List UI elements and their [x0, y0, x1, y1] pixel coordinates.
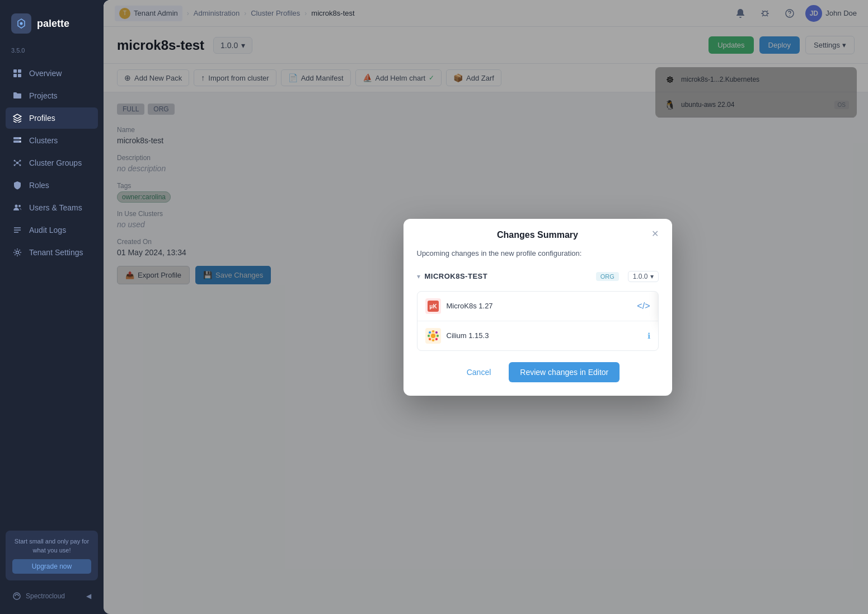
app-name: palette	[37, 18, 69, 30]
svg-point-39	[435, 338, 438, 340]
review-changes-button[interactable]: Review changes in Editor	[509, 362, 620, 382]
svg-line-16	[15, 163, 17, 165]
gear-icon	[12, 247, 22, 257]
sidebar-item-label: Projects	[29, 91, 58, 100]
list-icon	[12, 225, 22, 235]
svg-rect-4	[18, 74, 21, 77]
sidebar-item-clusters[interactable]: Clusters	[6, 130, 98, 151]
sidebar-item-label: Audit Logs	[29, 226, 66, 235]
spectrocloud-link[interactable]: Spectrocloud ◀	[6, 587, 98, 605]
version-number: 1.0.0	[633, 273, 648, 280]
logo-icon	[11, 13, 31, 34]
sidebar-item-label: Profiles	[29, 114, 55, 123]
sidebar-item-roles[interactable]: Roles	[6, 175, 98, 196]
version-pill[interactable]: 1.0.0 ▾	[628, 271, 659, 282]
svg-rect-2	[18, 69, 21, 73]
cancel-button[interactable]: Cancel	[456, 363, 503, 381]
folder-icon	[12, 91, 22, 101]
svg-point-18	[15, 205, 18, 208]
svg-point-33	[432, 339, 434, 341]
modal-close-button[interactable]: ✕	[648, 226, 663, 242]
svg-point-7	[20, 138, 21, 139]
svg-point-19	[18, 205, 21, 207]
sidebar-item-cluster-groups[interactable]: Cluster Groups	[6, 152, 98, 174]
svg-text:μK: μK	[429, 303, 437, 310]
app-version: 3.5.0	[0, 47, 104, 63]
sidebar-item-label: Roles	[29, 181, 49, 190]
svg-point-8	[20, 141, 21, 142]
sidebar-item-projects[interactable]: Projects	[6, 85, 98, 106]
users-icon	[12, 203, 22, 213]
spectrocloud-label: Spectrocloud	[26, 592, 65, 600]
svg-point-0	[20, 22, 23, 25]
modal-title: Changes Summary	[497, 230, 578, 240]
layers-icon	[12, 113, 22, 123]
svg-point-35	[437, 335, 439, 337]
pack-item-cilium: Cilium 1.15.3 ℹ	[417, 321, 658, 350]
changes-summary-modal: Changes Summary ✕ Upcoming changes in th…	[403, 219, 672, 396]
svg-point-38	[429, 338, 431, 340]
chevron-down-icon: ▾	[650, 273, 654, 280]
shield-icon	[12, 180, 22, 190]
org-badge: ORG	[596, 272, 619, 281]
sidebar-item-label: Cluster Groups	[29, 158, 82, 167]
pack-item-microk8s: μK MicroK8s 1.27 </> Pack values update …	[417, 292, 658, 321]
profile-name: MICROK8S-TEST	[425, 272, 488, 280]
modal-footer: Cancel Review changes in Editor	[403, 362, 672, 396]
collapse-icon: ◀	[86, 592, 91, 600]
svg-line-14	[15, 161, 17, 163]
sidebar-item-overview[interactable]: Overview	[6, 63, 98, 84]
sidebar-item-audit-logs[interactable]: Audit Logs	[6, 219, 98, 241]
server-icon	[12, 135, 22, 146]
svg-rect-1	[13, 69, 17, 73]
svg-line-17	[17, 163, 20, 165]
cluster-icon	[12, 158, 22, 168]
sidebar-item-tenant-settings[interactable]: Tenant Settings	[6, 242, 98, 263]
sidebar: palette 3.5.0 Overview Projects	[0, 0, 104, 614]
modal-body: Upcoming changes in the new profile conf…	[403, 249, 672, 362]
pack-list: μK MicroK8s 1.27 </> Pack values update …	[417, 291, 659, 351]
svg-point-24	[13, 593, 20, 599]
pack-icon-microk8s: μK	[425, 298, 441, 314]
svg-point-32	[432, 330, 434, 332]
upgrade-button[interactable]: Upgrade now	[12, 559, 91, 574]
sidebar-bottom: Start small and only pay for what you us…	[0, 522, 104, 614]
pack-name-cilium: Cilium 1.15.3	[447, 331, 489, 340]
changes-description: Upcoming changes in the new profile conf…	[417, 249, 659, 257]
grid-icon	[12, 68, 22, 78]
sidebar-item-label: Overview	[29, 69, 62, 78]
sidebar-navigation: Overview Projects Profiles	[0, 63, 104, 522]
info-icon[interactable]: ℹ	[648, 331, 650, 340]
svg-point-36	[429, 331, 431, 334]
upgrade-text: Start small and only pay for what you us…	[12, 537, 91, 555]
pack-icon-cilium	[425, 328, 441, 344]
svg-point-23	[16, 251, 19, 254]
sidebar-item-label: Clusters	[29, 136, 58, 145]
upgrade-box: Start small and only pay for what you us…	[6, 531, 98, 580]
sidebar-item-profiles[interactable]: Profiles	[6, 107, 98, 129]
svg-line-15	[17, 161, 20, 163]
svg-rect-3	[13, 74, 17, 77]
pack-name-microk8s: MicroK8s 1.27	[447, 302, 493, 310]
svg-point-37	[435, 331, 438, 334]
chevron-icon[interactable]: ▾	[417, 273, 420, 280]
sidebar-item-users-teams[interactable]: Users & Teams	[6, 197, 98, 218]
code-icon[interactable]: </>	[637, 301, 650, 311]
profile-row: ▾ MICROK8S-TEST ORG 1.0.0 ▾	[417, 266, 659, 287]
sidebar-item-label: Users & Teams	[29, 203, 82, 212]
svg-point-34	[428, 335, 430, 337]
sidebar-item-label: Tenant Settings	[29, 248, 83, 257]
modal-header: Changes Summary ✕	[403, 219, 672, 249]
sidebar-logo[interactable]: palette	[0, 0, 104, 47]
svg-point-31	[431, 334, 435, 338]
